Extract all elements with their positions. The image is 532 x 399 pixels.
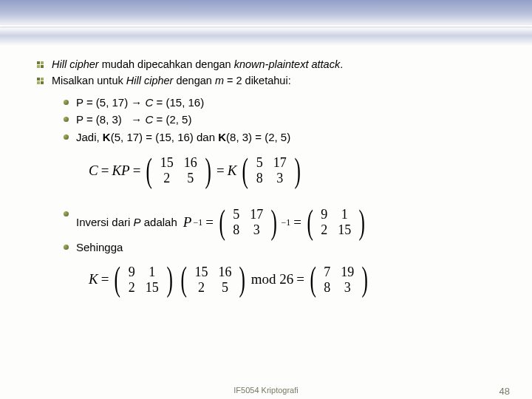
t: = xyxy=(216,161,225,180)
t: C xyxy=(142,113,153,126)
t: = xyxy=(133,161,141,180)
inverse-text: Inversi dari P adalah P−1 = ( 51783 ) −1… xyxy=(76,207,510,238)
superscript-minus1: −1 xyxy=(282,216,291,228)
t: (8, 3) = (2, 5) xyxy=(226,131,290,143)
bullet-dot-icon xyxy=(64,100,69,105)
t: mod 26 xyxy=(251,270,294,289)
sub-bullet-sehingga: Sehingga xyxy=(64,240,510,255)
bullet-dot-icon xyxy=(64,211,69,216)
t: K xyxy=(218,131,226,143)
t: P = (8, 3) xyxy=(76,113,131,126)
t: adalah xyxy=(141,216,177,228)
header-texture xyxy=(0,0,532,46)
sub-bullet-inverse: Inversi dari P adalah P−1 = ( 51783 ) −1… xyxy=(64,207,510,238)
bullet-2-text: Misalkan untuk Hill cipher dengan m = 2 … xyxy=(52,74,510,89)
t: dengan xyxy=(173,75,214,86)
t: P xyxy=(134,216,141,228)
bullet-square-icon xyxy=(37,78,44,85)
t: = xyxy=(101,161,109,180)
matrix-pinv: ( 91215 ) xyxy=(112,264,175,295)
t: P xyxy=(183,213,192,232)
t: known-plaintext attack xyxy=(234,58,340,70)
footer-course-code: IF5054 Kriptografi xyxy=(233,386,298,395)
t: C xyxy=(142,96,153,109)
matrix-p-inverse: ( 91215 ) xyxy=(304,207,368,238)
matrix-c: ( 151625 ) xyxy=(143,155,214,186)
bullet-1-text: Hill cipher mudah dipecahkan dengan know… xyxy=(52,58,510,72)
bullet-1: Hill cipher mudah dipecahkan dengan know… xyxy=(37,58,510,72)
arrow-icon: → xyxy=(131,96,142,109)
equation-c-kp: C = KP = ( 151625 ) = K ( 51783 ) xyxy=(89,155,510,186)
matrix-p-copy: ( 51783 ) xyxy=(216,207,280,238)
bullet-dot-icon xyxy=(64,117,69,122)
t: Hill cipher xyxy=(126,75,174,86)
sub-bullet-2-text: P = (8, 3) → C = (2, 5) xyxy=(76,112,510,127)
t: KP xyxy=(112,161,129,180)
equation-k: K = ( 91215 ) ( 151625 ) mod 26 = ( 7198… xyxy=(89,264,510,295)
t: K xyxy=(228,161,237,180)
t: Inversi dari xyxy=(76,216,134,228)
sub-bullet-3: Jadi, K(5, 17) = (15, 16) dan K(8, 3) = … xyxy=(64,130,510,145)
t: Sehingga xyxy=(76,240,510,255)
t: Jadi, xyxy=(76,131,103,143)
t: = (2, 5) xyxy=(153,113,191,126)
t: mudah dipecahkan dengan xyxy=(99,58,234,70)
t: (5, 17) = (15, 16) dan xyxy=(111,131,219,143)
sub-bullet-1-text: P = (5, 17) → C = (15, 16) xyxy=(76,95,510,110)
t: = 2 diketahui: xyxy=(224,75,291,86)
t: Hill cipher xyxy=(52,58,99,70)
t: C xyxy=(89,161,98,180)
t: m xyxy=(215,75,224,86)
t: . xyxy=(340,58,343,70)
t: K xyxy=(103,131,111,143)
bullet-dot-icon xyxy=(64,245,69,250)
footer-page-number: 48 xyxy=(499,386,510,397)
slide-content: Hill cipher mudah dipecahkan dengan know… xyxy=(37,58,510,295)
matrix-p: ( 51783 ) xyxy=(239,155,303,186)
t: Misalkan untuk xyxy=(52,75,126,86)
t: P = (5, 17) xyxy=(76,96,131,109)
superscript-minus1: −1 xyxy=(193,216,202,228)
bullet-2: Misalkan untuk Hill cipher dengan m = 2 … xyxy=(37,74,510,89)
sub-bullet-2: P = (8, 3) → C = (2, 5) xyxy=(64,112,510,127)
arrow-icon: → xyxy=(131,113,142,126)
t: K xyxy=(89,270,98,289)
bullet-dot-icon xyxy=(64,134,69,140)
bullet-square-icon xyxy=(37,61,44,69)
t: = (15, 16) xyxy=(153,96,204,109)
matrix-c2: ( 151625 ) xyxy=(178,264,248,295)
sub-bullet-1: P = (5, 17) → C = (15, 16) xyxy=(64,95,510,110)
matrix-k-result: ( 71983 ) xyxy=(307,264,371,295)
sub-bullet-3-text: Jadi, K(5, 17) = (15, 16) dan K(8, 3) = … xyxy=(76,130,510,145)
